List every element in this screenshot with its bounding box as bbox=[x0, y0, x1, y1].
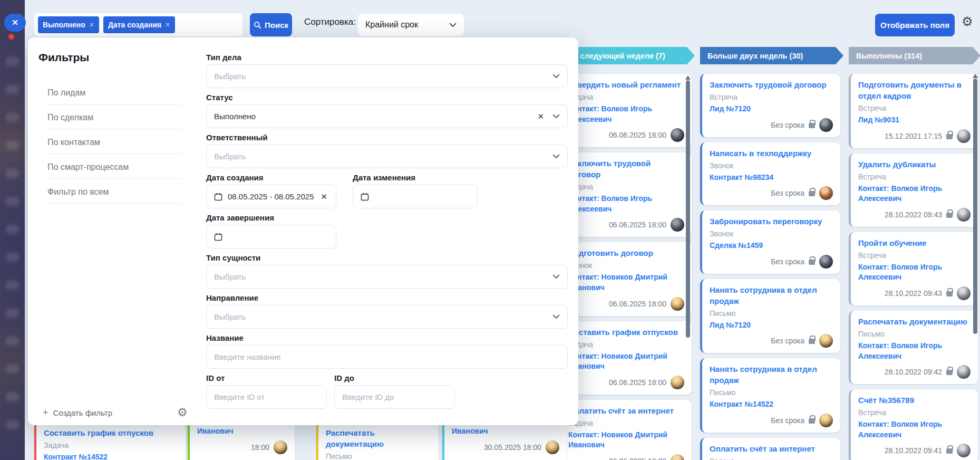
id-from-input[interactable] bbox=[206, 385, 327, 409]
responsible-select[interactable]: Выбрать bbox=[206, 145, 568, 168]
card-entity-link[interactable]: Контакт: Волков Игорь Алексеевич bbox=[858, 184, 971, 204]
card-title[interactable]: Написать в техподдержку bbox=[710, 148, 833, 159]
card-entity-link[interactable]: Контакт: Волков Игорь Алексеевич bbox=[858, 341, 971, 361]
scroll-up-arrow[interactable] bbox=[973, 71, 978, 78]
scroll-up-arrow[interactable] bbox=[685, 73, 691, 80]
filter-search-input[interactable]: Выполнено ✕ Дата создания ✕ bbox=[34, 13, 242, 36]
card-title[interactable]: Заключить трудовой договор bbox=[710, 79, 833, 90]
close-panel-button[interactable]: ✕ bbox=[4, 14, 26, 32]
avatar[interactable] bbox=[671, 128, 684, 142]
card-title[interactable]: Составить график отпусков bbox=[44, 427, 178, 438]
kanban-card[interactable]: Подготовить документы в отдел кадровВстр… bbox=[849, 74, 978, 148]
sort-select[interactable]: Крайний срок bbox=[358, 14, 464, 36]
display-fields-button[interactable]: Отображать поля bbox=[875, 14, 955, 36]
card-title[interactable]: Оплатить счёт за интернет bbox=[568, 405, 684, 416]
card-entity-link[interactable]: Контакт: Волков Игорь Алексеевич bbox=[858, 419, 971, 440]
filter-chip[interactable]: Выполнено ✕ bbox=[38, 16, 99, 33]
sidebar-app-icon[interactable] bbox=[6, 113, 19, 122]
date-modified-input[interactable] bbox=[353, 185, 478, 208]
kanban-card[interactable]: Нанять сотрудника в отдел продажПисьмоКо… bbox=[700, 358, 840, 433]
avatar[interactable] bbox=[274, 440, 287, 454]
entity-type-select[interactable]: Выбрать bbox=[206, 265, 568, 289]
card-entity-link[interactable]: Контакт: Новиков Дмитрий Иванович bbox=[568, 351, 684, 372]
kanban-card[interactable]: Подготовить договорЗвонокКонтакт: Новико… bbox=[559, 242, 692, 315]
card-entity-link[interactable]: Иванович bbox=[197, 426, 287, 437]
kanban-card[interactable]: Оплатить счёт за интернетЗадачаКонтакт: … bbox=[559, 400, 692, 460]
avatar[interactable] bbox=[819, 255, 833, 269]
card-entity-link[interactable]: Контракт №14522 bbox=[710, 399, 833, 410]
sidebar-app-icon[interactable] bbox=[6, 169, 19, 178]
column-scrollbar[interactable] bbox=[686, 80, 690, 338]
avatar[interactable] bbox=[819, 334, 833, 348]
avatar[interactable] bbox=[671, 297, 684, 311]
card-title[interactable]: Распечатать документацию bbox=[326, 427, 431, 449]
kanban-card[interactable]: Написать в техподдержкуЗвонокКонтракт №9… bbox=[700, 142, 840, 206]
card-entity-link[interactable]: Лид №7120 bbox=[710, 320, 833, 331]
card-title[interactable]: Нанять сотрудника в отдел продаж bbox=[710, 363, 833, 386]
filter-preset-item[interactable]: Фильтр по всем bbox=[47, 179, 182, 204]
kanban-card[interactable]: Нанять сотрудника в отдел продажПисьмоЛи… bbox=[700, 279, 840, 353]
card-title[interactable]: Распечатать документацию bbox=[858, 316, 971, 327]
card-title[interactable]: Удалить дубликаты bbox=[858, 159, 971, 170]
avatar[interactable] bbox=[957, 444, 971, 457]
avatar[interactable] bbox=[957, 208, 971, 222]
card-entity-link[interactable]: Лид №9031 bbox=[858, 115, 971, 126]
avatar[interactable] bbox=[671, 218, 684, 232]
sidebar-app-icon[interactable] bbox=[6, 141, 19, 150]
card-entity-link[interactable]: Контакт: Новиков Дмитрий Иванович bbox=[568, 272, 684, 293]
card-title[interactable]: Подготовить документы в отдел кадров bbox=[858, 79, 971, 101]
kanban-card[interactable]: Распечатать документациюПисьмоКонтакт: В… bbox=[849, 311, 978, 384]
kanban-card[interactable]: Распечатать документациюПисьмоКонтакт: К… bbox=[316, 422, 439, 460]
deal-type-select[interactable]: Выбрать bbox=[206, 64, 568, 88]
status-clear-icon[interactable]: ✕ bbox=[537, 112, 544, 121]
direction-select[interactable]: Выбрать bbox=[206, 305, 568, 329]
card-title[interactable]: Составить график отпусков bbox=[568, 327, 684, 338]
chip-remove-icon[interactable]: ✕ bbox=[165, 21, 170, 28]
card-title[interactable]: Забронировать переговорку bbox=[710, 216, 833, 227]
kanban-card[interactable]: Удалить дубликатыВстречаКонтакт: Волков … bbox=[849, 154, 978, 227]
filter-chip[interactable]: Дата создания ✕ bbox=[103, 16, 175, 33]
sidebar-app-icon[interactable] bbox=[6, 337, 19, 346]
column-header[interactable]: Больше двух недель (30) bbox=[700, 47, 843, 64]
filter-preset-item[interactable]: По смарт-процессам bbox=[47, 154, 182, 179]
avatar[interactable] bbox=[957, 286, 971, 300]
avatar[interactable] bbox=[671, 376, 684, 389]
avatar[interactable] bbox=[957, 129, 971, 143]
search-button[interactable]: Поиск bbox=[250, 13, 292, 36]
date-created-clear-icon[interactable]: ✕ bbox=[321, 192, 327, 202]
name-input[interactable] bbox=[206, 345, 568, 369]
sidebar-app-icon[interactable] bbox=[6, 281, 19, 290]
card-entity-link[interactable]: Контакт: Волков Игорь Алексеевич bbox=[568, 194, 684, 214]
card-title[interactable]: Утвердить новый регламент bbox=[568, 79, 684, 90]
filter-settings-gear-icon[interactable]: ⚙ bbox=[177, 407, 188, 418]
sidebar-app-icon[interactable] bbox=[6, 197, 19, 206]
sidebar-app-icon[interactable] bbox=[6, 309, 19, 318]
avatar[interactable] bbox=[819, 118, 833, 132]
kanban-card[interactable]: Оплатить счёт за интернетЗадачаКонтакт: … bbox=[700, 438, 840, 460]
card-entity-link[interactable]: Контракт №14522 bbox=[44, 452, 178, 460]
avatar[interactable] bbox=[546, 440, 559, 454]
create-filter-button[interactable]: + Создать фильтр bbox=[43, 407, 112, 418]
kanban-card[interactable]: Составить график отпусковЗадачаКонтракт … bbox=[34, 422, 186, 460]
card-title[interactable]: Нанять сотрудника в отдел продаж bbox=[710, 284, 833, 306]
card-title[interactable]: Пройти обучение bbox=[858, 237, 971, 248]
card-entity-link[interactable]: Иванович bbox=[452, 426, 559, 437]
card-entity-link[interactable]: Сделка №1459 bbox=[710, 241, 833, 251]
kanban-card[interactable]: Утвердить новый регламентЗадачаКонтакт: … bbox=[559, 74, 692, 147]
kanban-card[interactable]: Счёт №356789ВстречаКонтакт: Волков Игорь… bbox=[849, 389, 978, 460]
sidebar-app-icon[interactable] bbox=[6, 365, 19, 373]
kanban-card[interactable]: Заключить трудовой договорВстречаЛид №71… bbox=[700, 74, 840, 137]
sidebar-app-icon[interactable] bbox=[6, 253, 19, 262]
kanban-card[interactable]: Пройти обучениеВстречаКонтакт: Волков Иг… bbox=[849, 232, 978, 305]
card-title[interactable]: Оплатить счёт за интернет bbox=[710, 443, 833, 454]
avatar[interactable] bbox=[671, 454, 684, 460]
sidebar-app-icon[interactable] bbox=[6, 420, 19, 429]
chip-remove-icon[interactable]: ✕ bbox=[89, 21, 94, 28]
sidebar-app-icon[interactable] bbox=[6, 392, 19, 401]
card-entity-link[interactable]: Контакт: Волков Игорь Алексеевич bbox=[858, 262, 971, 283]
sidebar-app-icon[interactable] bbox=[6, 85, 19, 94]
board-settings-gear-icon[interactable]: ⚙ bbox=[962, 15, 973, 28]
kanban-card[interactable]: Составить график отпусковЗадачаКонтакт: … bbox=[559, 321, 692, 395]
card-entity-link[interactable]: Лид №7120 bbox=[710, 104, 833, 114]
kanban-card[interactable]: Забронировать переговоркуЗвонокСделка №1… bbox=[700, 210, 840, 274]
